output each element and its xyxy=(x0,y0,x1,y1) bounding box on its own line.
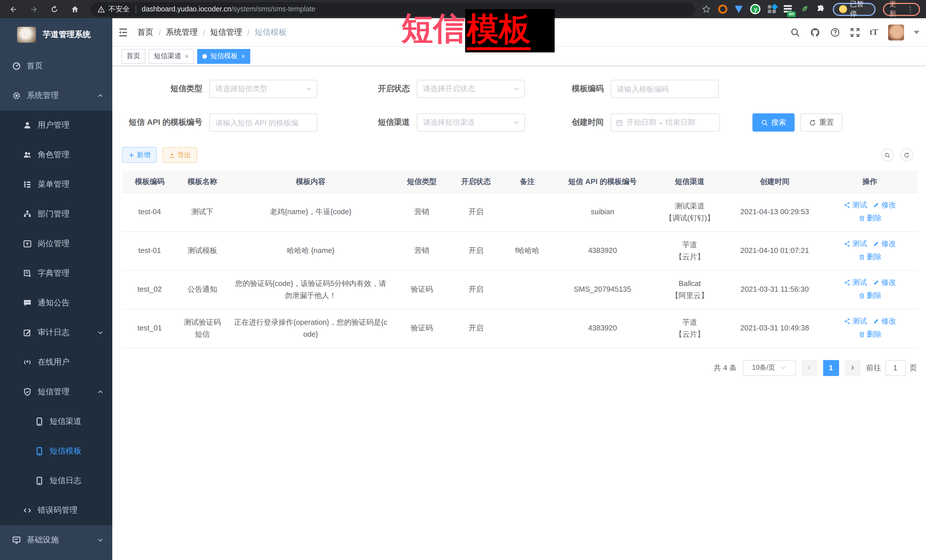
test-link[interactable]: 测试 xyxy=(844,237,867,250)
close-icon[interactable]: × xyxy=(185,53,189,60)
sidebar-item-system[interactable]: 系统管理 xyxy=(0,81,112,110)
add-button[interactable]: 新增 xyxy=(122,147,157,163)
shield-check-icon xyxy=(23,387,32,397)
browser-forward-icon[interactable] xyxy=(30,5,38,14)
browser-menu-dots-icon[interactable]: ⋮ xyxy=(906,5,914,14)
delete-link[interactable]: 删除 xyxy=(858,251,882,263)
sidebar-item-infrastructure[interactable]: 基础设施 xyxy=(0,525,112,555)
test-link[interactable]: 测试 xyxy=(844,276,867,288)
extensions-puzzle-icon[interactable] xyxy=(817,5,826,14)
delete-link[interactable]: 删除 xyxy=(858,290,882,302)
menu-fold-icon[interactable] xyxy=(117,27,129,38)
delete-link[interactable]: 删除 xyxy=(858,212,882,224)
avatar-caret-down-icon[interactable] xyxy=(914,30,919,34)
breadcrumb-sms[interactable]: 短信管理 xyxy=(210,27,242,37)
sidebar-item-home[interactable]: 首页 xyxy=(0,51,112,81)
test-link[interactable]: 测试 xyxy=(844,315,867,327)
status-select[interactable]: 请选择开启状态 xyxy=(417,80,525,98)
test-link[interactable]: 测试 xyxy=(844,199,867,211)
api-template-id-field[interactable] xyxy=(209,113,318,131)
sms-type-select[interactable]: 请选择短信类型 xyxy=(209,80,318,98)
profile-paused-chip[interactable]: 已暂停 xyxy=(833,3,876,16)
pencil-icon xyxy=(873,279,879,286)
sidebar-item-notice[interactable]: 通知公告 xyxy=(0,288,112,318)
close-icon[interactable]: × xyxy=(241,53,245,60)
template-code-input[interactable] xyxy=(617,85,713,93)
browser-back-icon[interactable] xyxy=(9,5,18,14)
font-size-icon[interactable]: tT xyxy=(870,27,878,37)
delete-link[interactable]: 删除 xyxy=(858,328,882,340)
tab-sms-channel[interactable]: 短信渠道 × xyxy=(149,49,194,63)
sidebar-item-users[interactable]: 用户管理 xyxy=(0,110,112,140)
edit-link[interactable]: 修改 xyxy=(873,315,896,327)
dashboard-icon xyxy=(12,62,21,71)
next-page-button[interactable] xyxy=(844,360,861,376)
sidebar-item-label: 部门管理 xyxy=(38,209,70,219)
address-bar[interactable]: 不安全 dashboard.yudao.iocoder.cn/system/sm… xyxy=(91,2,695,16)
code-icon xyxy=(23,506,32,515)
browser-home-icon[interactable] xyxy=(71,5,79,14)
template-code-field[interactable] xyxy=(610,80,719,98)
extension-green-y-icon[interactable]: y xyxy=(750,4,761,14)
cell-status: 开启 xyxy=(450,231,502,270)
sidebar-item-error-code[interactable]: 错误码管理 xyxy=(0,496,112,525)
extension-grid-icon[interactable] xyxy=(768,5,776,14)
extension-list-icon[interactable]: on xyxy=(784,5,793,13)
refresh-table-button[interactable] xyxy=(900,149,913,161)
prev-page-button[interactable] xyxy=(801,360,817,376)
sidebar-item-sms[interactable]: 短信管理 xyxy=(0,377,112,407)
sidebar-item-posts[interactable]: 岗位管理 xyxy=(0,229,112,259)
api-template-id-input[interactable] xyxy=(215,118,311,127)
github-icon[interactable] xyxy=(810,27,820,37)
fullscreen-icon[interactable] xyxy=(850,27,860,37)
filter-row-1: 短信类型 请选择短信类型 开启状态 请选择开启状态 模板编码 xyxy=(112,80,926,98)
browser-reload-icon[interactable] xyxy=(50,5,59,14)
chrome-update-button[interactable]: 更新 ⋮ xyxy=(883,3,920,16)
sidebar-item-online-users[interactable]: 在线用户 xyxy=(0,347,112,377)
sidebar-item-label: 基础设施 xyxy=(27,535,59,545)
export-button[interactable]: 导出 xyxy=(162,147,197,163)
extension-orange-icon[interactable] xyxy=(719,5,728,14)
tab-home[interactable]: 首页 xyxy=(121,49,145,63)
sidebar-item-roles[interactable]: 角色管理 xyxy=(0,140,112,170)
toggle-search-button[interactable] xyxy=(881,149,894,161)
create-time-range-picker[interactable]: 开始日期 - 结束日期 xyxy=(610,113,720,131)
browser-nav xyxy=(6,5,83,14)
sidebar-item-sms-channel[interactable]: 短信渠道 xyxy=(0,407,112,436)
breadcrumb-home[interactable]: 首页 xyxy=(138,27,153,37)
search-button[interactable]: 搜索 xyxy=(752,113,794,131)
edit-link[interactable]: 修改 xyxy=(873,276,896,288)
reset-button[interactable]: 重置 xyxy=(800,113,843,131)
sidebar-item-menus[interactable]: 菜单管理 xyxy=(0,170,112,199)
extension-blue-gem-icon[interactable] xyxy=(735,5,743,13)
edit-link[interactable]: 修改 xyxy=(873,237,896,250)
header-search-icon[interactable] xyxy=(790,27,800,37)
current-page-button[interactable]: 1 xyxy=(823,360,839,376)
sidebar-item-departments[interactable]: 部门管理 xyxy=(0,199,112,229)
cell-status: 开启 xyxy=(450,193,502,231)
pencil-icon xyxy=(873,318,879,325)
user-avatar[interactable] xyxy=(888,24,904,40)
sidebar-item-label: 错误码管理 xyxy=(38,505,77,516)
bookmark-star-icon[interactable] xyxy=(702,5,711,14)
channel-select[interactable]: 请选择短信渠道 xyxy=(417,113,525,131)
page-size-select[interactable]: 10条/页 xyxy=(743,360,796,376)
edit-link[interactable]: 修改 xyxy=(873,199,896,211)
sidebar-item-label: 短信模板 xyxy=(50,446,82,456)
breadcrumb-system[interactable]: 系统管理 xyxy=(166,27,198,37)
cell-channel: Ballcat【阿里云】 xyxy=(652,270,727,309)
filter-label-template-code: 模板编码 xyxy=(525,84,604,94)
sidebar-item-dict[interactable]: 字典管理 xyxy=(0,259,112,288)
arrow-left-icon xyxy=(806,365,812,371)
tree-list-icon xyxy=(23,180,32,189)
tab-sms-template[interactable]: 短信模板 × xyxy=(197,49,250,63)
goto-page-input[interactable] xyxy=(885,360,905,376)
cell-type: 验证码 xyxy=(393,270,450,309)
sidebar-item-sms-log[interactable]: 短信日志 xyxy=(0,466,112,496)
select-placeholder: 请选择短信渠道 xyxy=(423,117,475,128)
help-icon[interactable] xyxy=(830,27,840,37)
cell-channel: 芋道【云片】 xyxy=(652,231,727,270)
sidebar-item-audit-log[interactable]: 审计日志 xyxy=(0,318,112,347)
sidebar-item-sms-template[interactable]: 短信模板 xyxy=(0,436,112,466)
extension-leaf-icon[interactable] xyxy=(800,5,809,14)
